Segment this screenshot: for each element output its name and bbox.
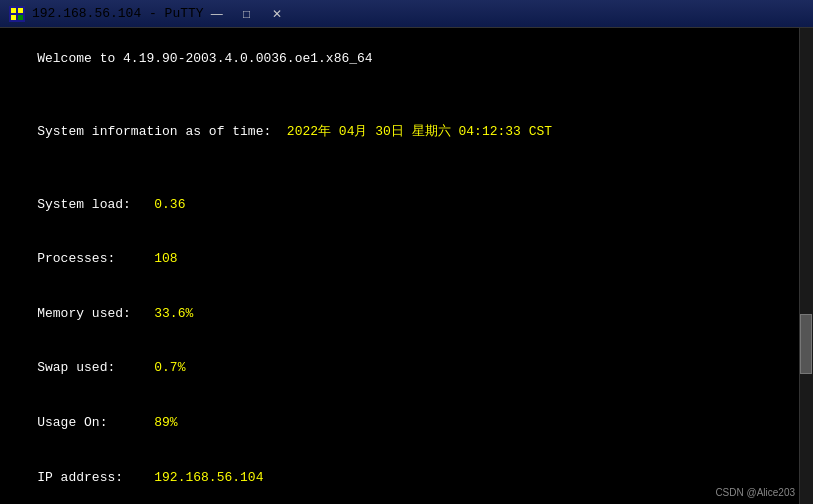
- field-ip-address: IP address: 192.168.56.104: [6, 450, 807, 504]
- scrollbar[interactable]: [799, 28, 813, 504]
- svg-rect-3: [11, 15, 16, 20]
- field-system-load: System load: 0.36: [6, 178, 807, 233]
- titlebar: 192.168.56.104 - PuTTY — □ ✕: [0, 0, 813, 28]
- window-title: 192.168.56.104 - PuTTY: [32, 6, 204, 21]
- window-controls: — □ ✕: [204, 4, 290, 24]
- scrollbar-thumb[interactable]: [800, 314, 812, 374]
- watermark: CSDN @Alice203: [715, 487, 795, 498]
- sysinfo-line: System information as of time: 2022年 04月…: [6, 105, 807, 160]
- field-usage-on: Usage On: 89%: [6, 396, 807, 451]
- field-memory-used: Memory used: 33.6%: [6, 287, 807, 342]
- putty-icon: [8, 5, 26, 23]
- empty-line-1: [6, 87, 807, 105]
- svg-rect-4: [18, 15, 23, 20]
- svg-rect-1: [11, 8, 16, 13]
- welcome-line: Welcome to 4.19.90-2003.4.0.0036.oe1.x86…: [6, 32, 807, 87]
- minimize-button[interactable]: —: [204, 4, 230, 24]
- svg-rect-2: [18, 8, 23, 13]
- terminal-window[interactable]: Welcome to 4.19.90-2003.4.0.0036.oe1.x86…: [0, 28, 813, 504]
- maximize-button[interactable]: □: [234, 4, 260, 24]
- field-swap-used: Swap used: 0.7%: [6, 341, 807, 396]
- close-button[interactable]: ✕: [264, 4, 290, 24]
- field-processes: Processes: 108: [6, 232, 807, 287]
- empty-line-2: [6, 159, 807, 177]
